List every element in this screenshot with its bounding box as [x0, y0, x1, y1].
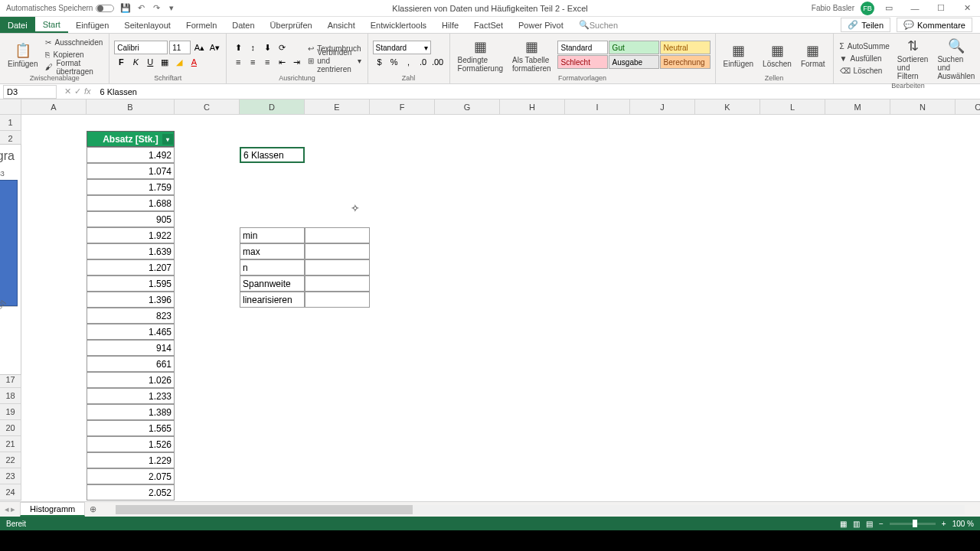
sheet-nav-prev-icon[interactable]: ◂	[5, 504, 9, 514]
row-header-1[interactable]: 1	[0, 115, 21, 131]
user-avatar[interactable]: FB	[861, 2, 874, 15]
sheet-nav-next-icon[interactable]: ▸	[11, 504, 15, 514]
tab-review[interactable]: Überprüfen	[263, 17, 320, 33]
tell-me[interactable]: 🔍 Suchen	[571, 17, 626, 33]
sort-filter-button[interactable]: ⇅Sortieren und Filtern	[894, 35, 932, 82]
format-as-table-button[interactable]: ▦Als Tabelle formatieren	[509, 35, 554, 74]
view-pagelayout-icon[interactable]: ▥	[853, 520, 860, 528]
col-header-L[interactable]: L	[760, 99, 825, 115]
tab-help[interactable]: Hilfe	[434, 17, 466, 33]
clear-button[interactable]: ⌫ Löschen	[838, 65, 891, 77]
table-row[interactable]: 1.565	[87, 420, 175, 436]
row-header-19[interactable]: 19	[0, 404, 21, 420]
align-left-icon[interactable]: ≡	[231, 55, 245, 69]
paste-button[interactable]: 📋Einfügen	[5, 35, 41, 74]
maximize-icon[interactable]: ☐	[929, 1, 952, 16]
row-header-21[interactable]: 21	[0, 436, 21, 452]
table-row[interactable]: 914	[87, 340, 175, 356]
fill-color-button[interactable]: ◢	[172, 55, 186, 69]
filter-dropdown-icon[interactable]: ▾	[162, 134, 173, 145]
find-select-button[interactable]: 🔍Suchen und Auswählen	[934, 35, 978, 82]
table-row[interactable]: 905	[87, 211, 175, 227]
close-icon[interactable]: ✕	[956, 1, 978, 16]
table-row[interactable]: 1.526	[87, 436, 175, 452]
font-name-select[interactable]: Calibri	[114, 41, 168, 54]
format-cells-button[interactable]: ▦Format	[798, 35, 828, 74]
fx-icon[interactable]: fx	[84, 86, 91, 96]
qat-customize-icon[interactable]: ▾	[166, 3, 177, 14]
tab-developer[interactable]: Entwicklertools	[363, 17, 434, 33]
table-row[interactable]: 1.389	[87, 404, 175, 420]
style-calc[interactable]: Berechnung	[660, 55, 710, 69]
indent-inc-icon[interactable]: ⇥	[289, 55, 303, 69]
table-row[interactable]: 661	[87, 356, 175, 372]
table-row[interactable]: 1.233	[87, 388, 175, 404]
table-header[interactable]: Absatz [Stk.] ▾	[87, 131, 175, 147]
view-pagebreak-icon[interactable]: ▤	[866, 520, 873, 528]
style-bad[interactable]: Schlecht	[557, 55, 608, 69]
col-header-N[interactable]: N	[890, 99, 956, 115]
autosave-toggle[interactable]: Automatisches Speichern	[6, 4, 114, 12]
align-right-icon[interactable]: ≡	[260, 55, 274, 69]
format-painter-button[interactable]: 🖌 Format übertragen	[44, 61, 104, 73]
decrease-font-icon[interactable]: A▾	[207, 41, 221, 54]
percent-icon[interactable]: %	[387, 55, 401, 69]
table-row[interactable]: 1.688	[87, 195, 175, 211]
table-row[interactable]: 1.396	[87, 292, 175, 308]
zoom-out-icon[interactable]: −	[879, 520, 884, 528]
zoom-in-icon[interactable]: +	[942, 520, 946, 528]
tab-file[interactable]: Datei	[0, 17, 35, 33]
tab-start[interactable]: Start	[35, 17, 68, 33]
comma-icon[interactable]: ,	[402, 55, 416, 69]
table-row[interactable]: 1.595	[87, 276, 175, 292]
row-header-22[interactable]: 22	[0, 452, 21, 468]
view-normal-icon[interactable]: ▦	[840, 520, 847, 528]
insert-cells-button[interactable]: ▦Einfügen	[720, 35, 756, 74]
zoom-percent[interactable]: 100 %	[952, 520, 974, 528]
tab-powerpivot[interactable]: Power Pivot	[511, 17, 571, 33]
style-good[interactable]: Gut	[609, 41, 659, 54]
minimize-icon[interactable]: —	[903, 1, 926, 16]
comments-button[interactable]: 💬 Kommentare	[897, 18, 972, 32]
table-row[interactable]: 1.639	[87, 243, 175, 259]
style-neutral[interactable]: Neutral	[660, 41, 710, 54]
italic-button[interactable]: K	[129, 55, 142, 69]
align-middle-icon[interactable]: ↕	[246, 41, 260, 54]
cell-linear-label[interactable]: linearisieren	[240, 292, 305, 308]
conditional-format-button[interactable]: ▦Bedingte Formatierung	[455, 35, 506, 74]
dec-decimal-icon[interactable]: .00	[431, 55, 445, 69]
col-header-J[interactable]: J	[630, 99, 695, 115]
col-header-M[interactable]: M	[825, 99, 890, 115]
ribbon-display-icon[interactable]: ▭	[877, 1, 900, 16]
tab-data[interactable]: Daten	[224, 17, 262, 33]
inc-decimal-icon[interactable]: .0	[416, 55, 430, 69]
col-header-F[interactable]: F	[370, 99, 435, 115]
cell-min-value[interactable]	[305, 227, 370, 243]
underline-button[interactable]: U	[143, 55, 157, 69]
cancel-formula-icon[interactable]: ✕	[64, 86, 71, 96]
autosum-button[interactable]: Σ AutoSumme	[838, 41, 891, 52]
font-size-select[interactable]: 11	[169, 41, 191, 54]
table-row[interactable]: 1.229	[87, 452, 175, 468]
tab-formulas[interactable]: Formeln	[178, 17, 224, 33]
row-header-23[interactable]: 23	[0, 468, 21, 484]
table-row[interactable]: 1.922	[87, 227, 175, 243]
cell-spann-value[interactable]	[305, 276, 370, 292]
share-button[interactable]: 🔗 Teilen	[841, 18, 890, 32]
col-header-G[interactable]: G	[435, 99, 500, 115]
table-row[interactable]: 2.075	[87, 468, 175, 484]
table-row[interactable]: 1.465	[87, 324, 175, 340]
cell-linear-value[interactable]	[305, 292, 370, 308]
col-header-H[interactable]: H	[500, 99, 565, 115]
row-header-20[interactable]: 20	[0, 420, 21, 436]
name-box[interactable]: D3	[3, 85, 57, 99]
cell-min-label[interactable]: min	[240, 227, 305, 243]
select-all-corner[interactable]	[0, 99, 21, 115]
col-header-A[interactable]: A	[21, 99, 87, 115]
table-row[interactable]: 1.026	[87, 372, 175, 388]
tab-factset[interactable]: FactSet	[466, 17, 511, 33]
add-sheet-icon[interactable]: ⊕	[85, 504, 100, 514]
increase-font-icon[interactable]: A▴	[192, 41, 206, 54]
tab-view[interactable]: Ansicht	[320, 17, 363, 33]
delete-cells-button[interactable]: ▦Löschen	[760, 35, 795, 74]
